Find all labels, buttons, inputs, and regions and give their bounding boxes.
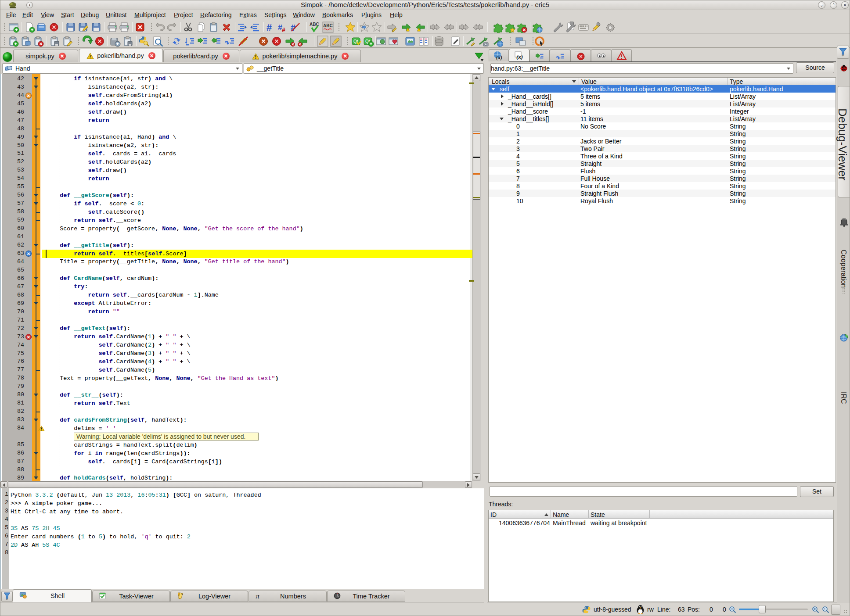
svg-text:(x): (x) — [516, 54, 523, 60]
svg-text:#: # — [267, 22, 272, 33]
svg-text:ABC: ABC — [323, 23, 333, 28]
svg-text:1: 1 — [824, 608, 826, 611]
svg-text:π: π — [256, 592, 259, 600]
svg-text:(x): (x) — [496, 54, 502, 61]
svg-text:#: # — [282, 26, 285, 33]
